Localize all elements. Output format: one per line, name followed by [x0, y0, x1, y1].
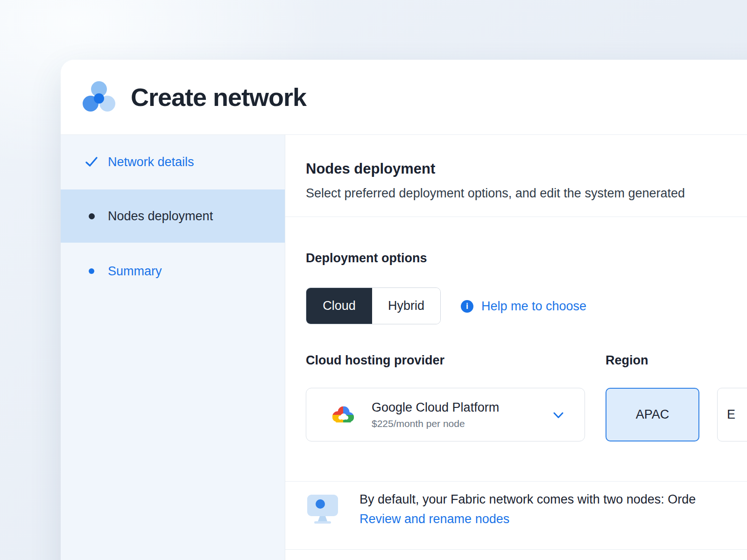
bullet-icon — [85, 264, 99, 278]
section-subtitle: Select preferred deployment options, and… — [306, 186, 685, 201]
panel-header: Create network — [61, 60, 747, 134]
provider-text: Google Cloud Platform $225/month per nod… — [372, 400, 499, 429]
deployment-mode-toggle: Cloud Hybrid — [306, 287, 441, 324]
default-nodes-note: By default, your Fabric network comes wi… — [359, 492, 696, 507]
section-title: Nodes deployment — [306, 161, 435, 177]
toggle-option-hybrid[interactable]: Hybrid — [372, 288, 440, 324]
info-icon: i — [461, 300, 473, 313]
help-link-label: Help me to choose — [481, 299, 586, 314]
page-title: Create network — [131, 83, 306, 112]
review-rename-nodes-link[interactable]: Review and rename nodes — [359, 512, 509, 526]
cloud-provider-heading: Cloud hosting provider — [306, 353, 444, 368]
help-me-choose-link[interactable]: i Help me to choose — [461, 300, 586, 313]
sidebar-item-nodes-deployment[interactable]: Nodes deployment — [61, 189, 285, 243]
region-option-next[interactable]: E — [717, 388, 747, 441]
toggle-option-cloud[interactable]: Cloud — [306, 288, 372, 324]
sidebar-item-network-details[interactable]: Network details — [61, 143, 285, 181]
divider — [285, 481, 747, 482]
step-label: Summary — [108, 264, 162, 279]
step-label: Network details — [108, 155, 194, 169]
step-label: Nodes deployment — [108, 209, 213, 224]
provider-name: Google Cloud Platform — [372, 400, 499, 415]
cloud-provider-select[interactable]: Google Cloud Platform $225/month per nod… — [306, 388, 585, 441]
wizard-steps-sidebar: Network details Nodes deployment Summary — [61, 135, 285, 560]
check-icon — [85, 155, 99, 169]
google-cloud-icon — [329, 404, 358, 426]
bullet-icon — [85, 209, 99, 223]
region-option-apac[interactable]: APAC — [606, 388, 699, 441]
divider — [285, 217, 747, 217]
monitor-icon — [306, 494, 339, 525]
provider-price: $225/month per node — [372, 418, 499, 429]
divider — [285, 549, 747, 550]
create-network-panel: Create network Network details Nodes dep… — [61, 60, 747, 560]
deployment-options-heading: Deployment options — [306, 251, 427, 266]
main-content: Nodes deployment Select preferred deploy… — [285, 135, 747, 560]
sidebar-item-summary[interactable]: Summary — [61, 252, 285, 291]
page-background: Create network Network details Nodes dep… — [0, 0, 747, 560]
chevron-down-icon[interactable] — [553, 412, 564, 419]
region-heading: Region — [606, 353, 648, 368]
panel-body: Network details Nodes deployment Summary… — [61, 134, 747, 560]
network-cluster-logo-icon — [79, 77, 119, 117]
